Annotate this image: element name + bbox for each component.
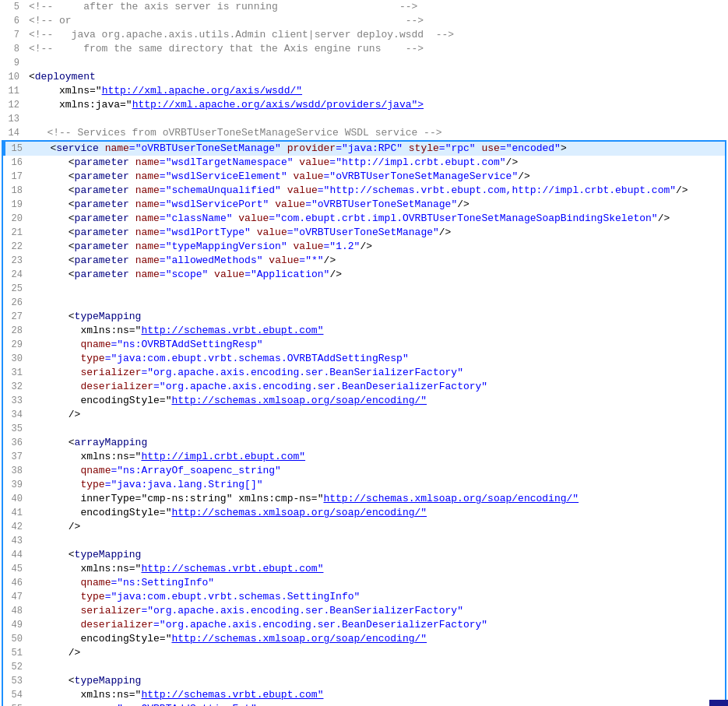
line-content: /> xyxy=(29,520,725,534)
line-content: encodingStyle="http://schemas.xmlsoap.or… xyxy=(29,632,725,646)
line-content: type="java:com.ebupt.vrbt.schemas.Settin… xyxy=(29,590,725,604)
line-content: <arrayMapping xyxy=(29,436,725,450)
line-content: <!-- java org.apache.axis.utils.Admin cl… xyxy=(26,28,728,42)
line-content: <!-- from the same directory that the Ax… xyxy=(26,42,728,56)
watermark xyxy=(709,700,728,706)
line-number: 44 xyxy=(5,548,29,562)
code-line: 5<!-- after the axis server is running -… xyxy=(0,0,728,14)
line-number: 37 xyxy=(5,450,29,464)
code-line: 14 <!-- Services from oVRBTUserToneSetMa… xyxy=(0,126,728,140)
line-content: <parameter name="wsdlPortType" value="oV… xyxy=(29,226,725,240)
line-content: <parameter name="wsdlTargetNamespace" va… xyxy=(29,156,725,170)
service-block: 15 <service name="oVRBTUserToneSetManage… xyxy=(2,140,726,706)
code-line: 55 qname="ns:OVRBTAddSettingEvt" xyxy=(3,702,725,706)
line-number: 41 xyxy=(5,506,29,520)
line-number: 22 xyxy=(5,240,29,254)
code-line: 45 xmlns:ns="http://schemas.vrbt.ebupt.c… xyxy=(3,562,725,576)
line-content: qname="ns:OVRBTAddSettingResp" xyxy=(29,338,725,352)
line-content: <typeMapping xyxy=(29,674,725,688)
code-line: 53 <typeMapping xyxy=(3,674,725,688)
code-line: 6<!-- or --> xyxy=(0,14,728,28)
line-content: xmlns="http://xml.apache.org/axis/wsdd/" xyxy=(26,84,728,98)
line-number: 38 xyxy=(5,464,29,478)
line-content: qname="ns:OVRBTAddSettingEvt" xyxy=(29,702,725,706)
line-content: <parameter name="wsdlServicePort" value=… xyxy=(29,198,725,212)
line-content: <parameter name="scope" value="Applicati… xyxy=(29,268,725,282)
code-container: 5<!-- after the axis server is running -… xyxy=(0,0,728,706)
line-content: <parameter name="typeMappingVersion" val… xyxy=(29,240,725,254)
line-number: 21 xyxy=(5,226,29,240)
line-content: <service name="oVRBTUserToneSetManage" p… xyxy=(29,142,725,156)
line-content: qname="ns:SettingInfo" xyxy=(29,576,725,590)
code-line: 18 <parameter name="schemaUnqualified" v… xyxy=(3,184,725,198)
line-content: <parameter name="wsdlServiceElement" val… xyxy=(29,170,725,184)
code-line: 34 /> xyxy=(3,408,725,422)
line-content: <parameter name="className" value="com.e… xyxy=(29,212,725,226)
line-content: <parameter name="allowedMethods" value="… xyxy=(29,254,725,268)
code-line: 41 encodingStyle="http://schemas.xmlsoap… xyxy=(3,506,725,520)
line-number: 26 xyxy=(5,296,29,310)
code-line: 25 xyxy=(3,282,725,296)
code-line: 38 qname="ns:ArrayOf_soapenc_string" xyxy=(3,464,725,478)
line-number: 28 xyxy=(5,324,29,338)
line-number: 33 xyxy=(5,394,29,408)
line-number: 53 xyxy=(5,674,29,688)
code-line: 7<!-- java org.apache.axis.utils.Admin c… xyxy=(0,28,728,42)
code-line: 20 <parameter name="className" value="co… xyxy=(3,212,725,226)
code-line: 36 <arrayMapping xyxy=(3,436,725,450)
line-content: innerType="cmp-ns:string" xmlns:cmp-ns="… xyxy=(29,492,725,506)
line-content: /> xyxy=(29,646,725,660)
line-number: 52 xyxy=(5,660,29,674)
code-line: 47 type="java:com.ebupt.vrbt.schemas.Set… xyxy=(3,590,725,604)
code-line: 23 <parameter name="allowedMethods" valu… xyxy=(3,254,725,268)
line-content: <deployment xyxy=(26,70,728,84)
line-number: 15 xyxy=(5,142,29,156)
code-line: 8<!-- from the same directory that the A… xyxy=(0,42,728,56)
code-line: 16 <parameter name="wsdlTargetNamespace"… xyxy=(3,156,725,170)
line-number: 20 xyxy=(5,212,29,226)
code-line: 30 type="java:com.ebupt.vrbt.schemas.OVR… xyxy=(3,352,725,366)
code-line: 54 xmlns:ns="http://schemas.vrbt.ebupt.c… xyxy=(3,688,725,702)
code-line: 46 qname="ns:SettingInfo" xyxy=(3,576,725,590)
line-content: xmlns:ns="http://schemas.vrbt.ebupt.com" xyxy=(29,324,725,338)
line-number: 39 xyxy=(5,478,29,492)
code-line: 48 serializer="org.apache.axis.encoding.… xyxy=(3,604,725,618)
line-number: 46 xyxy=(5,576,29,590)
code-line: 12 xmlns:java="http://xml.apache.org/axi… xyxy=(0,98,728,112)
code-line: 21 <parameter name="wsdlPortType" value=… xyxy=(3,226,725,240)
line-number: 50 xyxy=(5,632,29,646)
line-number: 23 xyxy=(5,254,29,268)
line-content: encodingStyle="http://schemas.xmlsoap.or… xyxy=(29,506,725,520)
code-line: 50 encodingStyle="http://schemas.xmlsoap… xyxy=(3,632,725,646)
line-number: 43 xyxy=(5,534,29,548)
line-number: 47 xyxy=(5,590,29,604)
line-content: deserializer="org.apache.axis.encoding.s… xyxy=(29,618,725,632)
code-line: 26 xyxy=(3,296,725,310)
line-number: 16 xyxy=(5,156,29,170)
line-content: /> xyxy=(29,408,725,422)
code-line: 24 <parameter name="scope" value="Applic… xyxy=(3,268,725,282)
code-line: 29 qname="ns:OVRBTAddSettingResp" xyxy=(3,338,725,352)
line-content: serializer="org.apache.axis.encoding.ser… xyxy=(29,604,725,618)
line-content: xmlns:ns="http://impl.crbt.ebupt.com" xyxy=(29,450,725,464)
line-content: xmlns:java="http://xml.apache.org/axis/w… xyxy=(26,98,728,112)
line-content: xmlns:ns="http://schemas.vrbt.ebupt.com" xyxy=(29,562,725,576)
line-number: 17 xyxy=(5,170,29,184)
code-line: 39 type="java:java.lang.String[]" xyxy=(3,478,725,492)
code-line: 33 encodingStyle="http://schemas.xmlsoap… xyxy=(3,394,725,408)
line-number: 34 xyxy=(5,408,29,422)
line-number: 5 xyxy=(2,0,26,14)
line-number: 8 xyxy=(2,42,26,56)
code-line: 9 xyxy=(0,56,728,70)
line-number: 13 xyxy=(2,112,26,126)
line-number: 55 xyxy=(5,702,29,706)
line-number: 19 xyxy=(5,198,29,212)
line-number: 35 xyxy=(5,422,29,436)
code-line: 32 deserializer="org.apache.axis.encodin… xyxy=(3,380,725,394)
code-line: 51 /> xyxy=(3,646,725,660)
line-number: 14 xyxy=(2,126,26,140)
code-line: 52 xyxy=(3,660,725,674)
code-line: 13 xyxy=(0,112,728,126)
code-line: 35 xyxy=(3,422,725,436)
line-content: <parameter name="schemaUnqualified" valu… xyxy=(29,184,725,198)
